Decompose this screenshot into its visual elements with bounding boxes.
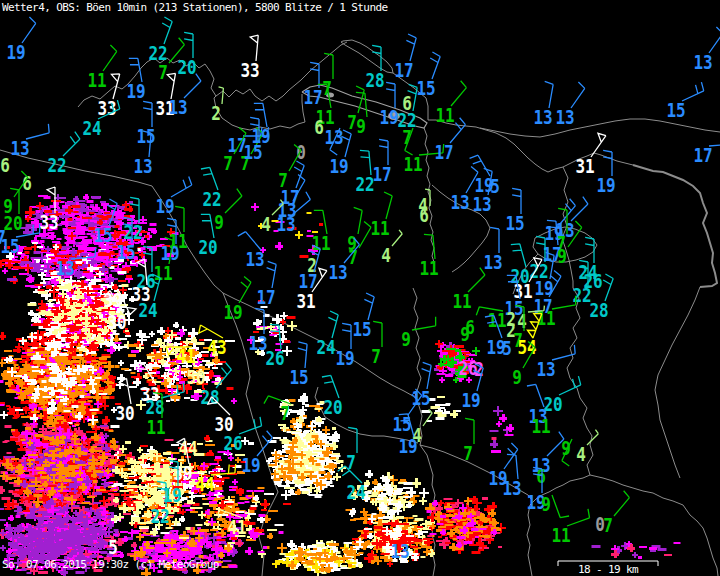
station-value: 13: [133, 155, 152, 177]
station-value: 2: [211, 102, 221, 124]
station-value: 9: [512, 366, 522, 388]
station-value: 13: [324, 126, 343, 148]
station-value: 22: [202, 188, 221, 210]
station-value: 5: [108, 536, 118, 558]
station-value: 13: [533, 106, 552, 128]
station: 20: [322, 375, 343, 417]
station: 7: [463, 418, 474, 463]
station-value: 11: [419, 257, 438, 279]
station-value: 24: [138, 299, 157, 321]
station-value: 6: [419, 204, 429, 226]
station-value: 9: [557, 245, 567, 267]
station-value: 17: [693, 144, 712, 166]
station-value: 33: [97, 97, 116, 119]
station-value: 19: [155, 195, 174, 217]
station-value: 15: [505, 212, 524, 234]
station: 9: [561, 437, 572, 466]
wind-barb: [310, 62, 319, 88]
wind-barb: [465, 418, 474, 444]
wind-barb: [103, 45, 117, 71]
station-value: 19: [596, 174, 615, 196]
lightning-cluster: [490, 406, 515, 453]
station-value: 9: [401, 328, 411, 350]
station: 13: [502, 454, 521, 499]
station-value: 15: [136, 125, 155, 147]
station: 11: [435, 81, 466, 126]
wind-barb: [591, 133, 606, 157]
wind-barb: [406, 34, 416, 61]
station-value: 15: [666, 99, 685, 121]
station: 22: [148, 17, 172, 64]
station-value: 0: [296, 141, 306, 163]
station-value: 7: [371, 345, 381, 367]
station-value: 11: [435, 104, 454, 126]
wind-barb: [162, 17, 172, 44]
station-value: 11: [146, 416, 165, 438]
station: 7: [603, 491, 629, 536]
wind-barb: [603, 150, 612, 176]
station: 19: [241, 431, 272, 476]
station-value: 13: [450, 191, 469, 213]
wind-barb: [143, 101, 152, 127]
station-value: 24: [346, 481, 365, 503]
station-value: 13: [276, 213, 295, 235]
wind-barb: [512, 188, 521, 214]
station-value: 11: [153, 262, 172, 284]
wind-barb: [545, 81, 553, 108]
station: 15: [411, 362, 431, 409]
station: 19: [398, 414, 417, 457]
wind-barb: [364, 293, 374, 320]
wind-barb: [225, 189, 242, 213]
wind-barb: [356, 92, 367, 117]
wind-barb: [422, 362, 432, 389]
wind-barb: [354, 207, 362, 234]
station: 9: [460, 323, 470, 345]
station-value: 13: [168, 96, 187, 118]
wind-barb: [201, 214, 214, 238]
legend: 18 - 19 km: [558, 561, 658, 576]
station-value: 19: [461, 389, 480, 411]
wind-barb: [201, 167, 218, 190]
station-value: 30: [115, 402, 134, 424]
station-value: 19: [223, 301, 242, 323]
station: 15: [505, 188, 524, 233]
wind-barb: [424, 234, 435, 259]
station-value: 20: [3, 212, 22, 234]
map-canvas: 1922720111933311322415132266131773317728…: [0, 0, 720, 576]
station: 9: [541, 493, 569, 517]
wind-barb: [384, 192, 392, 219]
station-value: 17: [394, 59, 413, 81]
wind-barb: [359, 221, 371, 248]
station-value: 31: [296, 290, 315, 312]
wind-barb: [328, 311, 338, 338]
station: 50: [186, 366, 205, 388]
station-value: 22: [355, 173, 374, 195]
station-value: 19: [241, 454, 260, 476]
station-value: 22: [47, 154, 66, 176]
station-value: 9: [214, 211, 224, 233]
station-value: 28: [365, 69, 384, 91]
station-layer: 1922720111933311322415132266131773317728…: [0, 17, 720, 562]
wind-barb: [709, 27, 720, 53]
station: 11: [551, 509, 589, 546]
station: 11: [452, 268, 485, 312]
station-value: 6: [0, 154, 10, 176]
station-value: 7: [603, 514, 613, 536]
station-value: 31: [575, 155, 594, 177]
station: 13: [693, 27, 720, 73]
station: 5: [108, 536, 118, 558]
station-value: 15: [116, 241, 135, 263]
station-value: 43: [207, 336, 226, 358]
station: 11: [87, 45, 116, 91]
station-value: 26: [223, 432, 242, 454]
station-value: 19: [6, 41, 25, 63]
station: 19: [596, 150, 615, 195]
wind-barb: [511, 244, 526, 267]
station: 5: [502, 337, 512, 359]
station: 15: [352, 293, 374, 340]
station-value: 20: [198, 236, 217, 258]
wind-barb: [342, 323, 351, 349]
station: 26: [265, 324, 284, 369]
station: 22: [47, 132, 80, 176]
station: 6: [314, 116, 324, 138]
